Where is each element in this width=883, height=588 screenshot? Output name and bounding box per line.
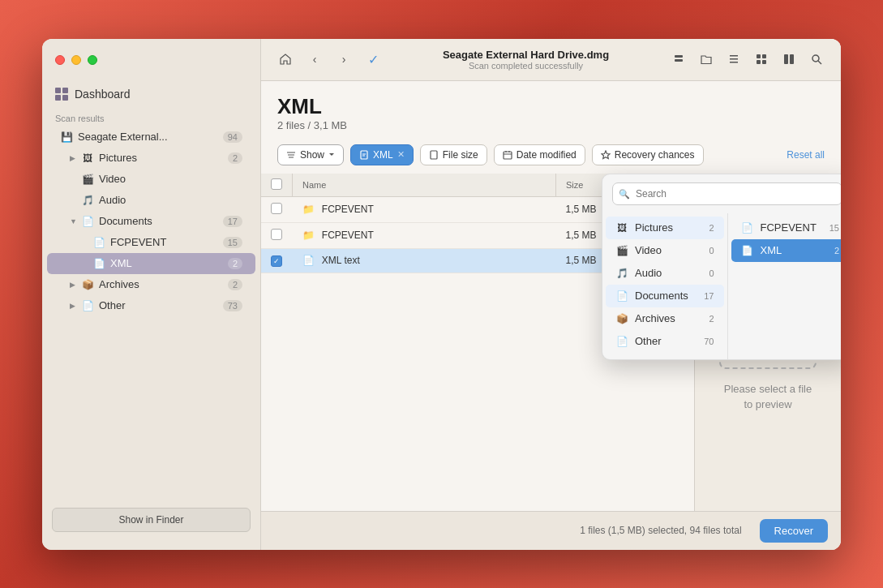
sidebar-item-video-label: Video bbox=[99, 173, 242, 185]
dropdown-item-other-label: Other bbox=[635, 335, 704, 347]
row2-name-cell: 📁 FCPEVENT bbox=[293, 222, 556, 248]
col-header-name: Name bbox=[293, 174, 556, 197]
home-button[interactable] bbox=[274, 48, 297, 71]
sidebar-item-archives-label: Archives bbox=[99, 278, 228, 290]
search-wrapper: 🔍 bbox=[612, 182, 841, 205]
pane-view-button[interactable] bbox=[778, 48, 800, 71]
dropdown-right-col: 📄 FCPEVENT 15 📄 XML 2 bbox=[728, 213, 842, 359]
dropdown-item-video-count: 0 bbox=[709, 246, 714, 255]
svg-marker-24 bbox=[602, 151, 610, 159]
row3-name-cell: 📄 XML text bbox=[293, 248, 556, 273]
svg-rect-5 bbox=[757, 54, 761, 58]
xml-file2-icon: 📄 bbox=[302, 255, 315, 266]
filter-dropdown: 🔍 🖼 Pictures 2 🎬 Video bbox=[602, 174, 841, 360]
recover-button[interactable]: Recover bbox=[760, 519, 828, 543]
dropdown-item-pictures[interactable]: 🖼 Pictures 2 bbox=[606, 217, 724, 239]
file-view-button[interactable] bbox=[667, 48, 690, 71]
sidebar-item-xml[interactable]: 📄 XML 2 bbox=[47, 253, 255, 274]
pictures-icon: 🖼 bbox=[81, 152, 94, 165]
dropdown-item-archives[interactable]: 📦 Archives 2 bbox=[606, 307, 724, 330]
recovery-chances-filter-button[interactable]: Recovery chances bbox=[592, 144, 704, 165]
check-button[interactable]: ✓ bbox=[362, 48, 384, 71]
file-size-label: File size bbox=[443, 149, 478, 161]
sidebar-item-fcpevent-count: 15 bbox=[223, 237, 242, 248]
sidebar-item-pictures[interactable]: ▶ 🖼 Pictures 2 bbox=[47, 148, 255, 169]
dropdown-item-xml-label: XML bbox=[761, 244, 834, 256]
date-modified-filter-button[interactable]: Date modified bbox=[494, 144, 585, 165]
dropdown-item-audio[interactable]: 🎵 Audio 0 bbox=[606, 262, 724, 285]
dropdown-item-audio-count: 0 bbox=[709, 268, 714, 278]
video-item-icon: 🎬 bbox=[615, 244, 628, 257]
select-all-checkbox[interactable] bbox=[271, 178, 282, 190]
search-input[interactable] bbox=[612, 182, 841, 205]
row1-name: FCPEVENT bbox=[322, 204, 374, 215]
maximize-button[interactable] bbox=[88, 55, 97, 65]
back-button[interactable]: ‹ bbox=[303, 48, 326, 71]
size-header-label: Size bbox=[566, 180, 583, 190]
svg-rect-10 bbox=[790, 54, 794, 64]
sidebar-item-video[interactable]: 🎬 Video bbox=[47, 169, 255, 190]
sidebar-item-other-count: 73 bbox=[223, 300, 242, 311]
sidebar-item-other[interactable]: ▶ 📄 Other 73 bbox=[47, 295, 255, 316]
sidebar-item-fcpevent[interactable]: 📄 FCPEVENT 15 bbox=[47, 232, 255, 253]
pictures-item-icon: 🖼 bbox=[615, 221, 628, 234]
file-size-filter-button[interactable]: File size bbox=[420, 144, 487, 165]
xml-filter-button[interactable]: XML ✕ bbox=[350, 144, 414, 165]
chevron-icon: ▶ bbox=[70, 154, 78, 162]
row3-checkbox[interactable] bbox=[271, 255, 282, 267]
dashboard-button[interactable]: Dashboard bbox=[42, 81, 260, 107]
reset-all-button[interactable]: Reset all bbox=[787, 149, 825, 161]
close-button[interactable] bbox=[55, 55, 65, 65]
status-text: 1 files (1,5 MB) selected, 94 files tota… bbox=[274, 525, 752, 536]
xml-filter-close-icon[interactable]: ✕ bbox=[397, 149, 405, 160]
sidebar-item-seagate[interactable]: 💾 Seagate External... 94 bbox=[47, 127, 255, 148]
back-icon: ‹ bbox=[313, 53, 317, 66]
svg-rect-1 bbox=[675, 59, 683, 62]
archives-item-icon: 📦 bbox=[615, 312, 628, 325]
dropdown-item-archives-count: 2 bbox=[709, 314, 714, 324]
row1-check-cell bbox=[261, 196, 293, 222]
row3-name: XML text bbox=[322, 255, 360, 266]
sidebar-item-seagate-label: Seagate External... bbox=[78, 131, 223, 143]
forward-button[interactable]: › bbox=[332, 48, 355, 71]
folder1-icon: 📁 bbox=[302, 204, 315, 215]
dropdown-item-documents[interactable]: 📄 Documents 17 bbox=[606, 285, 724, 307]
xml-item-icon: 📄 bbox=[741, 244, 754, 257]
minimize-button[interactable] bbox=[71, 55, 81, 65]
name-header-label: Name bbox=[302, 180, 326, 190]
svg-rect-0 bbox=[675, 55, 683, 58]
folder-view-button[interactable] bbox=[695, 48, 718, 71]
dropdown-item-pictures-label: Pictures bbox=[635, 221, 709, 234]
dropdown-item-xml-selected[interactable]: 📄 XML 2 bbox=[731, 239, 842, 262]
xml-icon: 📄 bbox=[92, 257, 105, 270]
row1-checkbox[interactable] bbox=[271, 203, 282, 214]
toolbar-filename: Seagate External Hard Drive.dmg bbox=[391, 49, 661, 61]
row2-checkbox[interactable] bbox=[271, 229, 282, 240]
dropdown-item-other[interactable]: 📄 Other 70 bbox=[606, 330, 724, 353]
calendar-icon bbox=[503, 150, 512, 160]
grid-view-button[interactable] bbox=[750, 48, 773, 71]
sidebar-item-archives-count: 2 bbox=[228, 279, 242, 290]
scan-results-header: Scan results bbox=[42, 107, 260, 127]
row2-check-cell bbox=[261, 222, 293, 248]
toolbar-status: Scan completed successfully bbox=[391, 61, 661, 71]
main-window: Dashboard Scan results 💾 Seagate Externa… bbox=[42, 39, 841, 550]
sidebar-item-pictures-label: Pictures bbox=[99, 152, 228, 164]
dropdown-item-video[interactable]: 🎬 Video 0 bbox=[606, 239, 724, 262]
row2-name: FCPEVENT bbox=[322, 230, 374, 241]
sidebar-item-documents[interactable]: ▼ 📄 Documents 17 bbox=[47, 211, 255, 232]
other-icon: 📄 bbox=[81, 299, 94, 312]
sidebar-item-xml-label: XML bbox=[110, 257, 228, 269]
sidebar-item-archives[interactable]: ▶ 📦 Archives 2 bbox=[47, 274, 255, 295]
date-modified-label: Date modified bbox=[517, 149, 577, 161]
sidebar-item-audio[interactable]: 🎵 Audio bbox=[47, 190, 255, 211]
show-filter-button[interactable]: Show bbox=[277, 144, 344, 165]
filter-icon bbox=[286, 150, 296, 160]
dropdown-item-fcpevent-count: 15 bbox=[829, 223, 839, 233]
show-in-finder-button[interactable]: Show in Finder bbox=[52, 508, 251, 532]
sidebar: Dashboard Scan results 💾 Seagate Externa… bbox=[42, 39, 261, 550]
search-button[interactable] bbox=[805, 48, 828, 71]
col-header-check bbox=[261, 174, 293, 197]
list-view-button[interactable] bbox=[722, 48, 745, 71]
dropdown-item-fcpevent[interactable]: 📄 FCPEVENT 15 bbox=[731, 217, 842, 239]
